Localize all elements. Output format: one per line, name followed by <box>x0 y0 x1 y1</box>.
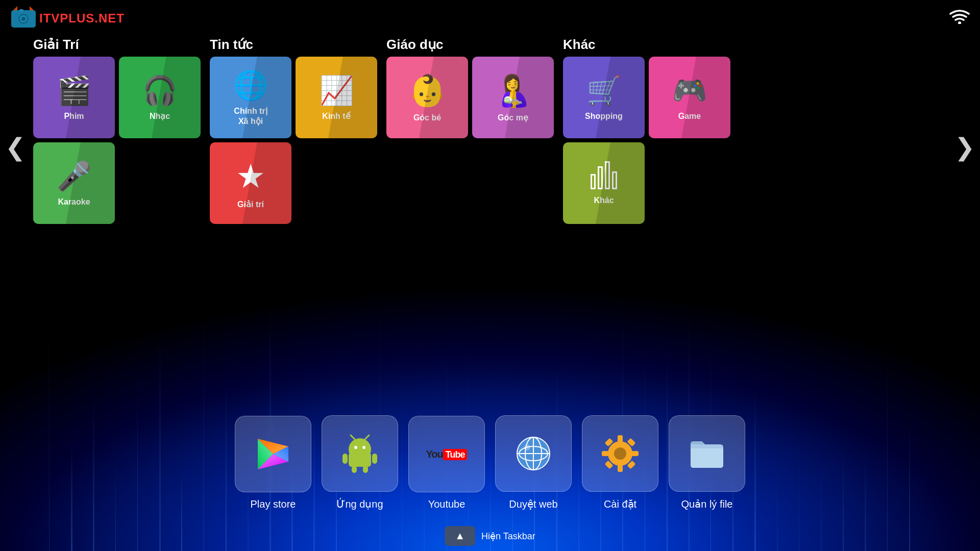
svg-point-38 <box>614 447 626 460</box>
header: ITVPLUS.NET <box>0 0 980 37</box>
category-khac: Khác 🛒 Shopping <box>563 37 730 224</box>
tile-khac-other[interactable]: Khác <box>563 142 645 224</box>
svg-rect-31 <box>602 451 609 456</box>
nav-arrow-left[interactable]: ❮ <box>5 133 26 161</box>
svg-rect-18 <box>342 454 348 464</box>
svg-rect-19 <box>372 454 377 464</box>
nhac-icon: 🎧 <box>142 74 178 107</box>
svg-point-3 <box>21 17 26 21</box>
duyet-web-icon-wrapper <box>495 415 572 492</box>
globe-icon <box>513 433 554 474</box>
category-title-tin-tuc: Tin tức <box>210 37 377 53</box>
logo-brand-color: ITV <box>39 11 60 25</box>
giai-tri-news-label: Giải trí <box>237 199 264 209</box>
duyet-web-label: Duyệt web <box>509 498 557 510</box>
svg-rect-30 <box>618 465 623 472</box>
shopping-label: Shopping <box>585 111 623 121</box>
category-giai-tri: Giải Trí 🎬 Phim 🎤 Karaoke 🎧 <box>33 37 201 224</box>
taskbar-bar: ▲ Hiện Taskbar <box>445 526 535 546</box>
shopping-icon: 🛒 <box>586 74 622 107</box>
phim-icon: 🎬 <box>57 74 92 107</box>
app-youtube[interactable]: YouTube Youtube <box>408 416 485 510</box>
youtube-label: Youtube <box>428 498 465 510</box>
app-duyet-web[interactable]: Duyệt web <box>495 415 572 510</box>
karaoke-icon: 🎤 <box>57 160 92 193</box>
svg-rect-20 <box>352 466 357 473</box>
play-store-icon-wrapper <box>235 416 311 492</box>
nav-arrow-right[interactable]: ❯ <box>954 133 975 161</box>
nhac-label: Nhạc <box>150 111 170 121</box>
khac-other-icon <box>591 161 617 189</box>
logo-text: ITVPLUS.NET <box>39 11 125 26</box>
app-cai-dat[interactable]: Cài đặt <box>582 415 658 510</box>
svg-marker-6 <box>30 6 34 10</box>
goc-be-icon: 👶 <box>408 72 447 109</box>
ung-dung-icon-wrapper <box>322 415 398 492</box>
svg-rect-32 <box>631 451 639 456</box>
tile-giai-tri-news[interactable]: ★ Giải trí <box>210 142 291 224</box>
app-play-store[interactable]: Play store <box>235 416 311 510</box>
ung-dung-label: Ứng dụng <box>336 498 383 510</box>
svg-rect-4 <box>19 9 23 12</box>
kinh-te-label: Kinh tế <box>322 111 350 121</box>
tile-chinh-tri[interactable]: 🌐 Chính trịXã hội <box>210 57 291 138</box>
logo: ITVPLUS.NET <box>10 5 125 32</box>
svg-rect-29 <box>618 435 623 442</box>
giai-tri-news-icon: ★ <box>236 157 265 195</box>
taskbar-label: Hiện Taskbar <box>481 531 535 542</box>
cai-dat-icon-wrapper <box>582 415 658 492</box>
camera-icon <box>10 5 37 32</box>
game-icon: 🎮 <box>672 74 707 107</box>
chinh-tri-label: Chính trịXã hội <box>234 106 267 126</box>
svg-point-7 <box>958 21 961 24</box>
youtube-icon-inner: YouTube <box>409 416 484 492</box>
phim-label: Phim <box>64 111 84 121</box>
category-giao-duc: Giáo dục 👶 Góc bé 🤱 Góc mẹ <box>386 37 554 224</box>
folder-icon <box>687 433 727 474</box>
goc-me-label: Góc mẹ <box>498 113 528 122</box>
tile-shopping[interactable]: 🛒 Shopping <box>563 57 645 138</box>
categories-container: Giải Trí 🎬 Phim 🎤 Karaoke 🎧 <box>0 37 980 224</box>
game-label: Game <box>678 111 701 121</box>
svg-rect-21 <box>363 466 368 473</box>
tile-karaoke[interactable]: 🎤 Karaoke <box>33 142 115 224</box>
goc-me-icon: 🤱 <box>494 72 532 109</box>
chinh-tri-icon: 🌐 <box>233 69 268 102</box>
taskbar-icon: ▲ <box>455 530 465 542</box>
tile-phim[interactable]: 🎬 Phim <box>33 57 115 138</box>
logo-brand-rest: PLUS.NET <box>60 11 125 25</box>
tile-kinh-te[interactable]: 📈 Kinh tế <box>296 57 377 138</box>
wifi-icon <box>949 8 970 28</box>
tile-goc-me[interactable]: 🤱 Góc mẹ <box>472 57 554 138</box>
svg-point-14 <box>362 446 365 449</box>
karaoke-label: Karaoke <box>58 197 90 207</box>
svg-line-15 <box>351 435 355 439</box>
play-store-label: Play store <box>251 498 296 510</box>
quan-ly-file-icon-wrapper <box>669 415 745 492</box>
svg-point-28 <box>524 444 530 450</box>
svg-line-16 <box>365 435 369 439</box>
category-title-giai-tri: Giải Trí <box>33 37 201 53</box>
android-icon <box>339 433 380 474</box>
svg-point-13 <box>354 446 357 449</box>
taskbar-button[interactable]: ▲ <box>445 526 475 546</box>
cai-dat-label: Cài đặt <box>604 498 636 510</box>
category-tin-tuc: Tin tức 🌐 Chính trịXã hội ★ Giải trí 📈 <box>210 37 377 224</box>
quan-ly-file-label: Quản lý file <box>681 498 733 510</box>
apps-bar: Play store <box>235 415 745 510</box>
app-ung-dung[interactable]: Ứng dụng <box>322 415 398 510</box>
kinh-te-icon: 📈 <box>319 74 354 107</box>
youtube-icon-wrapper: YouTube <box>408 416 485 492</box>
khac-other-label: Khác <box>594 195 614 205</box>
gear-icon <box>600 433 641 474</box>
tile-goc-be[interactable]: 👶 Góc bé <box>386 57 468 138</box>
svg-rect-17 <box>349 453 371 467</box>
tile-game[interactable]: 🎮 Game <box>649 57 730 138</box>
play-store-icon <box>253 434 293 474</box>
category-title-khac: Khác <box>563 37 730 53</box>
tile-nhac[interactable]: 🎧 Nhạc <box>119 57 201 138</box>
app-quan-ly-file[interactable]: Quản lý file <box>669 415 745 510</box>
svg-marker-5 <box>13 6 17 10</box>
goc-be-label: Góc bé <box>413 113 441 122</box>
category-title-giao-duc: Giáo dục <box>386 37 554 53</box>
